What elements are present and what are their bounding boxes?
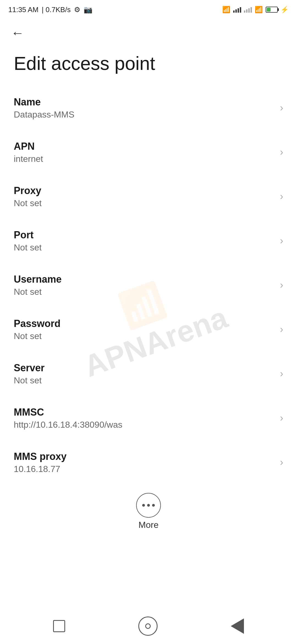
settings-item-mms-proxy-label: MMS proxy bbox=[14, 451, 274, 462]
more-button[interactable]: More bbox=[136, 493, 161, 530]
settings-item-port-label: Port bbox=[14, 229, 274, 241]
toolbar: ← bbox=[0, 19, 297, 47]
settings-item-mmsc-label: MMSC bbox=[14, 406, 274, 418]
nav-home-icon bbox=[138, 616, 158, 636]
settings-item-password[interactable]: Password Not set › bbox=[0, 307, 297, 352]
settings-item-password-value: Not set bbox=[14, 331, 274, 341]
video-icon: 📷 bbox=[84, 6, 92, 14]
settings-item-mmsc-content: MMSC http://10.16.18.4:38090/was bbox=[14, 406, 274, 430]
status-bar: 11:35 AM | 0.7KB/s ⚙ 📷 📶 📶 ⚡ bbox=[0, 0, 297, 19]
more-dots bbox=[142, 504, 155, 507]
more-circle bbox=[136, 493, 161, 518]
more-label: More bbox=[139, 520, 159, 530]
settings-item-name-content: Name Datapass-MMS bbox=[14, 96, 274, 120]
signal-bars-2 bbox=[244, 7, 252, 13]
dot-2 bbox=[147, 504, 150, 507]
settings-list: Name Datapass-MMS › APN internet › Proxy… bbox=[0, 86, 297, 485]
settings-item-name[interactable]: Name Datapass-MMS › bbox=[0, 86, 297, 130]
chevron-right-icon: › bbox=[280, 191, 283, 202]
settings-item-port-value: Not set bbox=[14, 242, 274, 253]
settings-item-username-value: Not set bbox=[14, 287, 274, 297]
settings-item-mms-proxy-content: MMS proxy 10.16.18.77 bbox=[14, 451, 274, 474]
settings-item-password-content: Password Not set bbox=[14, 318, 274, 341]
settings-item-apn-label: APN bbox=[14, 141, 274, 152]
battery-icon bbox=[266, 7, 278, 13]
settings-item-mms-proxy[interactable]: MMS proxy 10.16.18.77 › bbox=[0, 440, 297, 485]
nav-recent-button[interactable] bbox=[53, 620, 65, 632]
settings-item-name-value: Datapass-MMS bbox=[14, 110, 274, 120]
settings-item-mmsc-value: http://10.16.18.4:38090/was bbox=[14, 420, 274, 430]
nav-back-icon bbox=[231, 618, 244, 634]
settings-item-username-label: Username bbox=[14, 274, 274, 285]
chevron-right-icon: › bbox=[280, 235, 283, 247]
status-right: 📶 📶 ⚡ bbox=[222, 6, 289, 13]
settings-item-server-content: Server Not set bbox=[14, 362, 274, 386]
settings-item-mms-proxy-value: 10.16.18.77 bbox=[14, 464, 274, 474]
wifi-icon: 📶 bbox=[255, 6, 263, 13]
chevron-right-icon: › bbox=[280, 412, 283, 424]
settings-item-proxy[interactable]: Proxy Not set › bbox=[0, 174, 297, 219]
chevron-right-icon: › bbox=[280, 324, 283, 335]
nav-home-inner-icon bbox=[145, 623, 151, 629]
nav-home-button[interactable] bbox=[138, 616, 158, 636]
settings-item-proxy-label: Proxy bbox=[14, 185, 274, 197]
settings-item-username[interactable]: Username Not set › bbox=[0, 263, 297, 307]
settings-item-apn-content: APN internet bbox=[14, 141, 274, 164]
time-display: 11:35 AM bbox=[8, 6, 38, 14]
settings-item-port[interactable]: Port Not set › bbox=[0, 219, 297, 263]
dot-3 bbox=[152, 504, 155, 507]
chevron-right-icon: › bbox=[280, 368, 283, 380]
settings-item-server-label: Server bbox=[14, 362, 274, 374]
page-title-section: Edit access point bbox=[0, 47, 297, 86]
dot-1 bbox=[142, 504, 145, 507]
page-title: Edit access point bbox=[14, 52, 283, 75]
settings-item-password-label: Password bbox=[14, 318, 274, 329]
nav-square-icon bbox=[53, 620, 65, 632]
chevron-right-icon: › bbox=[280, 279, 283, 291]
settings-item-mmsc[interactable]: MMSC http://10.16.18.4:38090/was › bbox=[0, 396, 297, 440]
settings-item-server-value: Not set bbox=[14, 375, 274, 386]
chevron-right-icon: › bbox=[280, 146, 283, 158]
chevron-right-icon: › bbox=[280, 457, 283, 468]
settings-icon: ⚙ bbox=[74, 6, 80, 14]
bluetooth-icon: 📶 bbox=[222, 6, 230, 13]
settings-item-proxy-value: Not set bbox=[14, 198, 274, 208]
settings-item-apn-value: internet bbox=[14, 154, 274, 164]
settings-item-apn[interactable]: APN internet › bbox=[0, 130, 297, 174]
settings-item-name-label: Name bbox=[14, 96, 274, 108]
nav-bar bbox=[0, 608, 297, 644]
more-button-section: More bbox=[0, 485, 297, 536]
back-button[interactable]: ← bbox=[8, 24, 27, 42]
bolt-icon: ⚡ bbox=[280, 6, 289, 13]
nav-back-button[interactable] bbox=[231, 618, 244, 634]
settings-item-proxy-content: Proxy Not set bbox=[14, 185, 274, 208]
settings-item-server[interactable]: Server Not set › bbox=[0, 352, 297, 396]
settings-item-username-content: Username Not set bbox=[14, 274, 274, 297]
speed-display: | 0.7KB/s bbox=[42, 6, 71, 14]
chevron-right-icon: › bbox=[280, 102, 283, 114]
status-left: 11:35 AM | 0.7KB/s ⚙ 📷 bbox=[8, 6, 92, 14]
settings-item-port-content: Port Not set bbox=[14, 229, 274, 253]
back-arrow-icon: ← bbox=[11, 26, 24, 40]
signal-bars-1 bbox=[233, 7, 241, 13]
